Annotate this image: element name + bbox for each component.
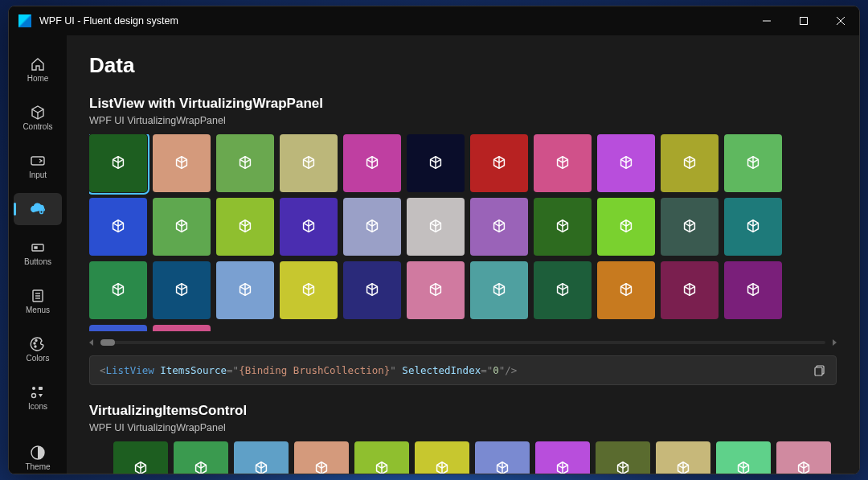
color-tile[interactable] <box>153 325 211 331</box>
maximize-button[interactable] <box>785 6 822 35</box>
nav-buttons[interactable]: Buttons <box>14 232 62 273</box>
color-tile[interactable] <box>661 261 719 319</box>
color-tile[interactable] <box>89 198 147 256</box>
nav-label: Home <box>27 74 49 83</box>
color-tile[interactable] <box>534 261 592 319</box>
svg-rect-1 <box>800 18 808 25</box>
svg-point-15 <box>35 346 36 347</box>
color-tile[interactable] <box>89 134 147 192</box>
app-window: WPF UI - Fluent design system HomeContro… <box>8 6 860 474</box>
color-tile[interactable] <box>407 134 465 192</box>
color-tile[interactable] <box>407 261 465 319</box>
color-tile[interactable] <box>216 261 274 319</box>
page-title: Data <box>89 53 837 78</box>
color-tile[interactable] <box>470 198 528 256</box>
color-tile[interactable] <box>216 198 274 256</box>
content[interactable]: Data ListView with VirtualizingWrapPanel… <box>67 35 859 474</box>
svg-rect-21 <box>815 367 822 375</box>
menus-icon <box>30 288 46 304</box>
cloud-icon <box>30 201 46 217</box>
itemscontrol-tiles[interactable] <box>113 441 837 474</box>
theme-toggle[interactable]: Theme <box>14 441 62 474</box>
color-tile[interactable] <box>234 441 289 474</box>
window-title: WPF UI - Fluent design system <box>39 15 748 27</box>
window-controls <box>748 6 859 35</box>
color-tile[interactable] <box>280 134 338 192</box>
color-tile[interactable] <box>415 441 469 474</box>
color-tile[interactable] <box>534 134 592 192</box>
color-tile[interactable] <box>343 261 401 319</box>
scrollbar-track[interactable] <box>100 341 825 344</box>
color-tile[interactable] <box>174 441 228 474</box>
cube-icon <box>30 105 46 121</box>
color-tile[interactable] <box>407 198 465 256</box>
nav-colors[interactable]: Colors <box>14 328 62 370</box>
color-tile[interactable] <box>597 134 655 192</box>
scrollbar-thumb[interactable] <box>100 339 115 346</box>
color-tile[interactable] <box>89 325 147 331</box>
color-tile[interactable] <box>470 134 528 192</box>
color-tile[interactable] <box>294 441 349 474</box>
contrast-icon <box>30 445 46 461</box>
color-tile[interactable] <box>716 441 771 474</box>
app-icon <box>18 14 31 27</box>
color-tile[interactable] <box>470 261 528 319</box>
color-tile[interactable] <box>776 441 831 474</box>
input-icon <box>30 153 46 169</box>
color-tile[interactable] <box>343 198 401 256</box>
minimize-button[interactable] <box>748 6 785 35</box>
nav-label: Input <box>29 170 47 179</box>
color-tile[interactable] <box>280 261 338 319</box>
color-tile[interactable] <box>597 198 655 256</box>
color-tile[interactable] <box>724 198 782 256</box>
svg-rect-17 <box>39 387 43 390</box>
button-icon <box>30 240 46 256</box>
nav-data[interactable] <box>14 193 62 225</box>
color-tile[interactable] <box>596 441 650 474</box>
close-button[interactable] <box>822 6 859 35</box>
horizontal-scrollbar[interactable] <box>89 338 837 347</box>
nav-label: Colors <box>27 354 50 363</box>
section1-subtitle: WPF UI VirtualizingWrapPanel <box>89 115 837 126</box>
sidebar: HomeControlsInputButtonsMenusColorsIcons… <box>9 35 67 474</box>
nav-controls[interactable]: Controls <box>14 96 62 138</box>
color-tile[interactable] <box>724 261 782 319</box>
color-tile[interactable] <box>597 261 655 319</box>
color-tile[interactable] <box>153 261 211 319</box>
svg-point-14 <box>35 339 37 341</box>
body: HomeControlsInputButtonsMenusColorsIcons… <box>9 35 859 474</box>
nav-menus[interactable]: Menus <box>14 280 62 322</box>
copy-button[interactable] <box>810 361 829 380</box>
svg-rect-8 <box>35 247 37 248</box>
color-tile[interactable] <box>216 134 274 192</box>
svg-point-16 <box>32 387 35 390</box>
color-tile[interactable] <box>661 134 719 192</box>
color-tile[interactable] <box>89 261 147 319</box>
section1-title: ListView with VirtualizingWrapPanel <box>89 96 837 112</box>
color-tile[interactable] <box>475 441 530 474</box>
nav-input[interactable]: Input <box>14 145 62 187</box>
color-tile[interactable] <box>661 198 719 256</box>
svg-point-6 <box>43 209 44 211</box>
color-tile[interactable] <box>534 198 592 256</box>
color-tile[interactable] <box>724 134 782 192</box>
color-tile[interactable] <box>343 134 401 192</box>
color-tile[interactable] <box>153 134 211 192</box>
nav-label: Icons <box>28 402 47 411</box>
section2-title: VirtualizingItemsControl <box>89 403 837 419</box>
color-tile[interactable] <box>113 441 168 474</box>
code-snippet: <ListView ItemsSource="{Binding BrushCol… <box>89 355 837 385</box>
nav-icons[interactable]: Icons <box>14 376 62 418</box>
color-tile[interactable] <box>280 198 338 256</box>
icons-icon <box>30 384 46 400</box>
color-tile[interactable] <box>354 441 409 474</box>
nav-home[interactable]: Home <box>14 48 62 90</box>
titlebar: WPF UI - Fluent design system <box>9 6 859 35</box>
svg-point-18 <box>32 393 36 397</box>
listview-tiles[interactable] <box>89 134 837 331</box>
nav-label: Controls <box>23 122 52 131</box>
color-tile[interactable] <box>153 198 211 256</box>
color-tile[interactable] <box>535 441 590 474</box>
color-tile[interactable] <box>656 441 710 474</box>
svg-rect-7 <box>32 244 43 251</box>
